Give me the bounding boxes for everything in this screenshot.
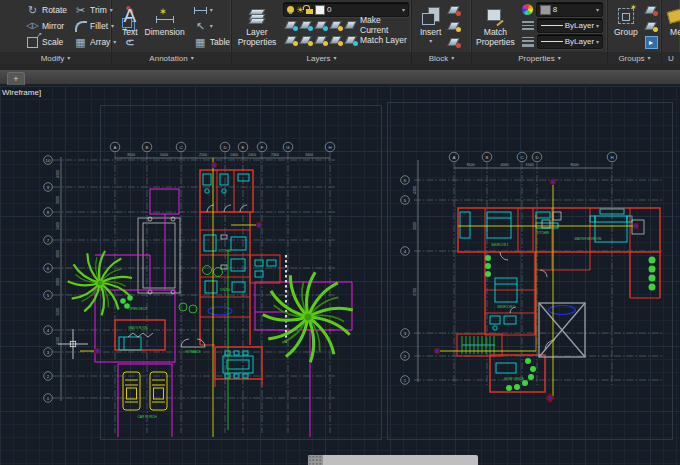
match-layer-button[interactable]: Match Layer <box>360 35 407 45</box>
grid-row-label: 2 <box>404 354 407 359</box>
measure-button[interactable]: Me <box>666 2 680 52</box>
mirror-button[interactable]: ◁▷Mirror <box>24 18 69 34</box>
palm-tree-right-fronds <box>262 272 352 363</box>
room-label: BEDROOM 2 <box>492 243 509 247</box>
dim-text: 3000 <box>56 250 60 258</box>
viewport-control-label[interactable]: Wireframe] <box>2 88 41 97</box>
rotate-button[interactable]: ↻Rotate <box>24 2 69 18</box>
layer-lock-icon[interactable] <box>330 21 341 29</box>
create-block-button[interactable] <box>446 2 461 18</box>
dimension-button[interactable]: ✶ Dimension <box>143 2 187 52</box>
survey-marker <box>256 222 262 228</box>
ribbon: ↻Rotate ◁▷Mirror Scale ✂Trim▾ Fillet▾ ▦A… <box>0 0 680 64</box>
ungroup-button[interactable] <box>643 2 660 18</box>
layers-panel-label[interactable]: Layers▾ <box>232 52 411 64</box>
block-attr-button[interactable] <box>446 34 461 50</box>
block-panel-label[interactable]: Block▾ <box>412 52 471 64</box>
grid-row-label: 6 <box>47 266 50 271</box>
block-attr-icon <box>448 38 459 46</box>
dim-style-icon <box>194 4 207 17</box>
linetype-value: ByLayer <box>565 21 594 30</box>
color-swatch <box>540 5 551 15</box>
grid-col-label: C <box>179 145 182 150</box>
command-line-grip[interactable] <box>308 455 323 465</box>
text-button[interactable]: A Text▾ <box>120 2 140 52</box>
match-properties-icon <box>487 4 504 28</box>
panel-modify: ↻Rotate ◁▷Mirror Scale ✂Trim▾ Fillet▾ ▦A… <box>0 0 112 64</box>
edit-block-button[interactable] <box>446 18 461 34</box>
insert-icon <box>422 4 440 28</box>
grid-col-label: F <box>261 145 264 150</box>
layer-on-all-icon[interactable] <box>300 36 311 44</box>
panel-groups: ✶ Group ▸ Groups▾ <box>608 0 662 64</box>
grid-col-label: C <box>520 155 523 160</box>
fillet-icon <box>74 20 87 33</box>
properties-panel-label[interactable]: Properties▾ <box>472 52 607 64</box>
table-button[interactable]: ▦Table <box>192 34 232 50</box>
survey-marker-diamond <box>545 393 555 403</box>
match-layer-icon[interactable] <box>345 36 356 44</box>
current-layer-name: 0 <box>327 5 331 14</box>
building-walls <box>457 208 660 392</box>
survey-marker <box>434 348 440 354</box>
utilities-panel-label[interactable]: U <box>662 52 680 64</box>
group-button[interactable]: ✶ Group <box>612 2 640 52</box>
match-properties-button[interactable]: Match Properties <box>474 2 517 52</box>
lineweight-dropdown[interactable]: ByLayer ▾ <box>537 34 603 49</box>
layer-isolate-icon[interactable] <box>285 21 296 29</box>
layer-off-icon[interactable] <box>285 36 296 44</box>
grid-row-label: 4 <box>404 249 407 254</box>
color-wheel-icon[interactable] <box>522 4 533 15</box>
trim-icon: ✂ <box>74 4 87 17</box>
leader-button[interactable]: ↖▾ <box>192 18 232 34</box>
annotation-panel-label[interactable]: Annotation▾ <box>112 52 231 64</box>
dim-text: 3000 <box>56 196 60 204</box>
layer-unlock2-icon[interactable] <box>330 36 341 44</box>
object-color-dropdown[interactable]: 8 ▾ <box>536 2 603 17</box>
layer-properties-button[interactable]: Layer Properties <box>234 2 280 52</box>
group-edit-icon <box>645 22 656 30</box>
group-select-toggle[interactable]: ▸ <box>643 34 660 50</box>
grid-col-label: D <box>223 145 226 150</box>
insert-button[interactable]: Insert▾ <box>418 2 443 52</box>
grid-row-label: 4 <box>47 328 50 333</box>
grid-row-label: 1 <box>47 396 50 401</box>
room-label: KITCHEN <box>219 249 231 253</box>
layer-unisolate-icon[interactable] <box>300 21 311 29</box>
grid-col-label: D <box>535 155 538 160</box>
file-tab-bar: + <box>0 70 680 86</box>
scale-button[interactable]: Scale <box>24 34 69 50</box>
group-icon: ✶ <box>618 4 634 28</box>
grid-row-label: 3 <box>47 350 50 355</box>
layer-tools-row-2: Match Layer <box>283 33 409 47</box>
grid-col-label: E <box>242 145 245 150</box>
grid-row-label: 1 <box>404 378 407 383</box>
lineweight-value: ByLayer <box>565 37 594 46</box>
grid-row-label: 10 <box>46 158 51 163</box>
modify-panel-label[interactable]: Modify▾ <box>0 52 111 64</box>
survey-marker <box>550 179 556 185</box>
table-icon: ▦ <box>194 36 207 49</box>
linetype-dropdown[interactable]: ByLayer ▾ <box>537 18 603 33</box>
grid-row-label: 8 <box>47 210 50 215</box>
lineweight-icon <box>522 37 534 47</box>
groups-panel-label[interactable]: Groups▾ <box>608 52 661 64</box>
drawing-canvas[interactable]: Wireframe] A B <box>0 86 680 465</box>
room-label: ENTRANCE <box>185 350 201 354</box>
grid-col-label: B <box>486 155 489 160</box>
group-selection-icon: ▸ <box>645 36 658 49</box>
dimension-style-button[interactable]: ▾ <box>192 2 232 18</box>
layer-properties-icon <box>249 4 265 28</box>
left-grid-column-bubbles: A B C D E F G H 3500 5000 2500 1400 2400… <box>110 142 335 157</box>
survey-marker <box>211 162 217 168</box>
group-edit-button[interactable] <box>643 18 660 34</box>
make-current-button[interactable]: Make Current <box>360 15 407 35</box>
command-line-window[interactable] <box>308 455 478 465</box>
dim-text: 2300 <box>271 153 279 157</box>
grid-row-label: 7 <box>47 238 50 243</box>
layer-thaw-all-icon[interactable] <box>315 36 326 44</box>
make-current-icon[interactable] <box>345 21 356 29</box>
dim-text: 3400 <box>305 153 313 157</box>
layer-freeze-icon[interactable] <box>315 21 326 29</box>
new-drawing-tab-button[interactable]: + <box>7 72 25 85</box>
